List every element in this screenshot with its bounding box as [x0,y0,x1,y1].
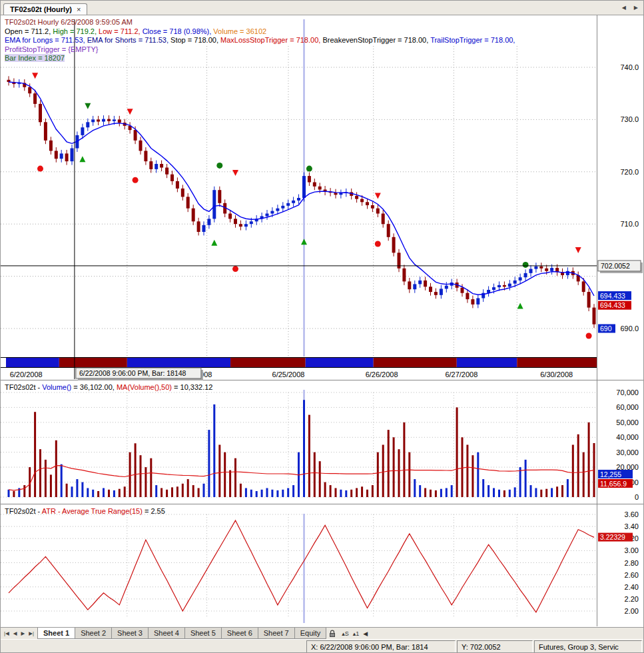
svg-text:12,255: 12,255 [600,470,621,478]
tab-tf02s02t-hourly[interactable]: TF02s02t (Hourly) × [3,3,87,15]
svg-text:6/27/2008: 6/27/2008 [445,370,478,378]
svg-text:2.20: 2.20 [625,595,639,603]
status-y-readout: Y: 702.0052 [457,640,533,653]
svg-text:690: 690 [600,325,612,332]
svg-text:690.0: 690.0 [620,325,639,332]
sheet-extra-button-2[interactable]: ◀ [363,630,368,637]
svg-text:50,000: 50,000 [616,418,639,426]
svg-text:2.60: 2.60 [625,571,639,579]
tab-label: TF02s02t (Hourly) [10,5,72,13]
svg-text:6/25/2008: 6/25/2008 [272,370,305,378]
lock-icon [328,630,336,638]
svg-text:730.0: 730.0 [620,115,639,123]
svg-text:6/26/2008: 6/26/2008 [366,370,398,378]
svg-text:40,000: 40,000 [616,433,639,441]
atr-chart-pane[interactable]: 3.603.403.203.002.802.602.402.202.003.22… [1,504,644,627]
svg-text:720.0: 720.0 [620,168,639,176]
sheet-tab-bar: |◀ ◀ ▶ ▶| Sheet 1Sheet 2Sheet 3Sheet 4Sh… [1,627,643,639]
sheet-nav-buttons: |◀ ◀ ▶ ▶| [1,630,37,636]
sheet-tabs: Sheet 1Sheet 2Sheet 3Sheet 4Sheet 5Sheet… [37,628,326,639]
svg-text:3.00: 3.00 [625,546,639,554]
svg-text:694.433: 694.433 [600,292,625,300]
svg-text:3.22329: 3.22329 [600,533,625,541]
svg-text:6/20/2008: 6/20/2008 [10,370,43,378]
tab-scroll-right-icon[interactable]: ▶ [631,3,641,12]
svg-text:6/22/2008 9:06:00 PM, Bar: 181: 6/22/2008 9:06:00 PM, Bar: 18148 [79,369,186,377]
sheet-extra-button-0[interactable]: ▴S [342,630,349,637]
sheet-tab-sheet-3[interactable]: Sheet 3 [111,628,149,639]
sheet-tab-sheet-4[interactable]: Sheet 4 [148,628,185,639]
sheet-nav-last-button[interactable]: ▶| [27,630,35,636]
status-bar: X: 6/22/2008 9:06:00 PM, Bar: 1814 Y: 70… [1,639,643,653]
status-x-readout: X: 6/22/2008 9:06:00 PM, Bar: 1814 [306,640,456,653]
svg-text:60,000: 60,000 [616,403,639,411]
sheet-nav-prev-button[interactable]: ◀ [12,630,19,636]
chart-window: TF02s02t (Hourly) × ◀ ▶ TF02s02t Hourly … [0,0,644,653]
sheet-tab-equity[interactable]: Equity [294,628,327,639]
svg-text:TF02s02t - ATR - Average True: TF02s02t - ATR - Average True Range(15) … [5,507,165,515]
svg-text:3.40: 3.40 [625,522,639,530]
sheet-tab-sheet-7[interactable]: Sheet 7 [258,628,295,639]
volume-chart-pane[interactable]: 70,00060,00050,00040,00030,00020,00010,0… [1,380,644,504]
svg-text:30,000: 30,000 [616,448,639,456]
lock-button[interactable] [326,630,339,638]
svg-text:702.0052: 702.0052 [601,262,630,270]
document-tab-bar: TF02s02t (Hourly) × ◀ ▶ [1,1,643,15]
sheet-tab-sheet-5[interactable]: Sheet 5 [184,628,222,639]
svg-text:2.00: 2.00 [625,607,639,615]
svg-text:694.433: 694.433 [600,301,625,309]
sheet-extra-button-1[interactable]: ▴1 [353,630,360,637]
svg-text:740.0: 740.0 [620,63,639,71]
sheet-nav-first-button[interactable]: |◀ [3,630,11,636]
sheet-extra-buttons: ▴S▴1◀ [339,630,370,637]
sheet-tab-sheet-6[interactable]: Sheet 6 [221,628,258,639]
svg-text:3.60: 3.60 [625,510,639,518]
sheet-tab-sheet-1[interactable]: Sheet 1 [37,628,75,639]
status-account-info: Futures, Group 3, Servic [534,640,642,653]
sheet-nav-next-button[interactable]: ▶ [20,630,27,636]
svg-text:2.80: 2.80 [625,559,639,567]
svg-text:710.0: 710.0 [620,220,639,228]
close-icon[interactable]: × [77,5,81,13]
svg-text:6/30/2008: 6/30/2008 [540,370,573,378]
svg-text:70,000: 70,000 [616,388,639,396]
svg-text:11,656.9: 11,656.9 [600,480,627,488]
svg-text:TF02s02t - Volume() = 36,102.0: TF02s02t - Volume() = 36,102.00, MA(Volu… [5,383,213,391]
sheet-tab-sheet-2[interactable]: Sheet 2 [75,628,112,639]
svg-text:0: 0 [635,493,639,501]
svg-text:2.40: 2.40 [625,583,639,591]
tab-scroll-left-icon[interactable]: ◀ [619,3,629,12]
price-chart-pane[interactable]: 6/20/200820086/25/20086/26/20086/27/2008… [1,15,644,380]
